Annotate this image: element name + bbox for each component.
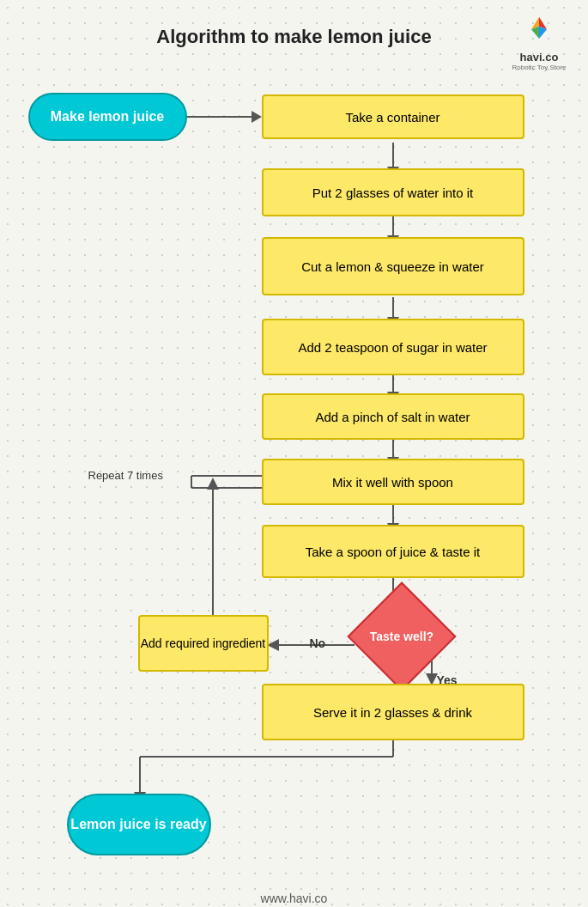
page-title: Algorithm to make lemon juice [17, 26, 571, 48]
step3-label: Cut a lemon & squeeze in water [301, 259, 484, 274]
step7-node: Take a spoon of juice & taste it [262, 525, 524, 578]
step3-node: Cut a lemon & squeeze in water [262, 237, 524, 295]
start-node: Make lemon juice [28, 93, 187, 141]
step5-node: Add a pinch of salt in water [262, 393, 524, 440]
svg-marker-5 [252, 111, 262, 123]
step7-label: Take a spoon of juice & taste it [306, 545, 480, 559]
decision-label: Taste well? [369, 630, 433, 643]
step5-label: Add a pinch of salt in water [315, 410, 470, 424]
page-container: havi.co Robotic Toy Store Algorithm to m… [0, 0, 588, 907]
footer: www.havi.co [17, 892, 571, 907]
start-label: Make lemon juice [51, 109, 165, 125]
logo-icon [524, 15, 555, 46]
no-branch-label: Add required ingredient [141, 636, 266, 650]
yes-branch-node: Serve it in 2 glasses & drink [262, 684, 524, 740]
step4-node: Add 2 teaspoon of sugar in water [262, 319, 524, 375]
end-label: Lemon juice is ready [70, 817, 206, 832]
step6-label: Mix it well with spoon [332, 475, 453, 490]
no-label: No [310, 636, 326, 650]
flowchart: Make lemon juice Take a container Put 2 … [20, 57, 569, 881]
end-node: Lemon juice is ready [67, 794, 211, 855]
no-branch-node: Add required ingredient [138, 615, 269, 672]
svg-marker-27 [207, 478, 219, 490]
step4-label: Add 2 teaspoon of sugar in water [298, 340, 487, 355]
yes-branch-label: Serve it in 2 glasses & drink [313, 705, 472, 720]
step1-node: Take a container [262, 94, 524, 139]
decision-node: Taste well? [363, 598, 440, 675]
svg-marker-25 [267, 639, 279, 651]
step1-label: Take a container [345, 110, 439, 125]
step2-label: Put 2 glasses of water into it [312, 186, 474, 200]
repeat-label: Repeat 7 times [88, 469, 163, 482]
step6-node: Mix it well with spoon [262, 459, 524, 505]
step2-node: Put 2 glasses of water into it [262, 168, 524, 216]
